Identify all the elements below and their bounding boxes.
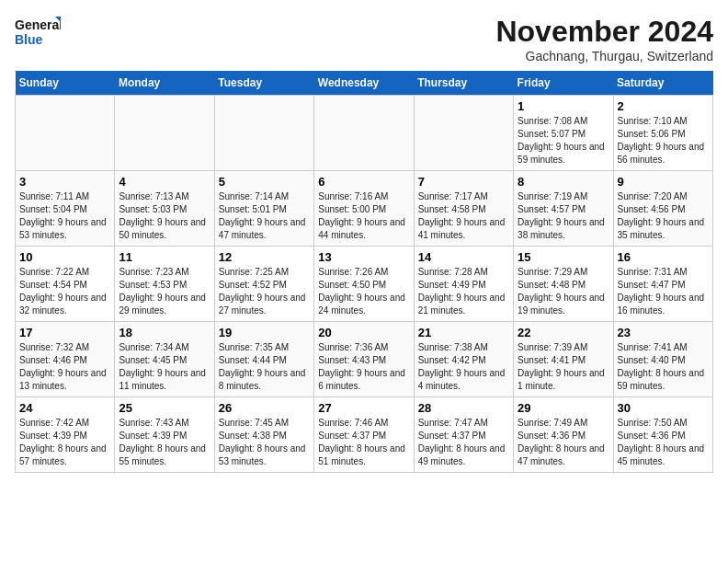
col-header-monday: Monday (115, 71, 214, 96)
day-number: 21 (418, 326, 509, 339)
calendar-cell: 7Sunrise: 7:17 AMSunset: 4:58 PMDaylight… (414, 171, 513, 247)
day-number: 9 (618, 175, 709, 189)
col-header-tuesday: Tuesday (214, 71, 313, 96)
day-info: Sunrise: 7:19 AMSunset: 4:57 PMDaylight:… (518, 190, 609, 242)
day-number: 28 (418, 401, 509, 415)
day-number: 2 (618, 99, 709, 113)
col-header-thursday: Thursday (414, 71, 513, 96)
week-row-5: 24Sunrise: 7:42 AMSunset: 4:39 PMDayligh… (16, 397, 713, 473)
calendar-cell: 1Sunrise: 7:08 AMSunset: 5:07 PMDaylight… (514, 96, 613, 171)
day-number: 16 (618, 250, 709, 264)
day-number: 6 (318, 175, 409, 189)
day-info: Sunrise: 7:36 AMSunset: 4:43 PMDaylight:… (318, 341, 409, 393)
day-number: 24 (19, 401, 110, 415)
day-info: Sunrise: 7:35 AMSunset: 4:44 PMDaylight:… (219, 341, 310, 393)
month-title: November 2024 (495, 15, 713, 49)
calendar-cell (314, 96, 414, 171)
day-number: 27 (318, 401, 409, 415)
day-info: Sunrise: 7:46 AMSunset: 4:37 PMDaylight:… (318, 417, 409, 468)
day-number: 14 (418, 250, 509, 264)
calendar-cell (414, 96, 513, 171)
logo-svg: General Blue (15, 15, 61, 52)
day-info: Sunrise: 7:22 AMSunset: 4:54 PMDaylight:… (19, 266, 110, 317)
calendar-cell: 20Sunrise: 7:36 AMSunset: 4:43 PMDayligh… (314, 322, 414, 397)
calendar-cell: 5Sunrise: 7:14 AMSunset: 5:01 PMDaylight… (214, 171, 313, 247)
day-info: Sunrise: 7:13 AMSunset: 5:03 PMDaylight:… (119, 190, 210, 242)
calendar-cell: 9Sunrise: 7:20 AMSunset: 4:56 PMDaylight… (613, 171, 712, 247)
week-row-2: 3Sunrise: 7:11 AMSunset: 5:04 PMDaylight… (16, 171, 713, 247)
day-info: Sunrise: 7:45 AMSunset: 4:38 PMDaylight:… (219, 417, 310, 468)
svg-text:Blue: Blue (15, 32, 43, 47)
day-number: 15 (518, 250, 609, 264)
calendar-cell: 17Sunrise: 7:32 AMSunset: 4:46 PMDayligh… (16, 322, 115, 397)
week-row-1: 1Sunrise: 7:08 AMSunset: 5:07 PMDaylight… (16, 96, 713, 171)
calendar-cell: 23Sunrise: 7:41 AMSunset: 4:40 PMDayligh… (613, 322, 712, 397)
day-number: 3 (19, 175, 110, 189)
day-info: Sunrise: 7:20 AMSunset: 4:56 PMDaylight:… (618, 190, 709, 242)
calendar-cell: 28Sunrise: 7:47 AMSunset: 4:37 PMDayligh… (414, 397, 513, 473)
header-row: SundayMondayTuesdayWednesdayThursdayFrid… (16, 71, 713, 96)
day-info: Sunrise: 7:25 AMSunset: 4:52 PMDaylight:… (219, 266, 310, 317)
day-number: 25 (119, 401, 210, 415)
day-number: 20 (318, 326, 409, 339)
day-number: 7 (418, 175, 509, 189)
day-number: 12 (219, 250, 310, 264)
day-number: 4 (119, 175, 210, 189)
calendar-cell: 18Sunrise: 7:34 AMSunset: 4:45 PMDayligh… (115, 322, 214, 397)
day-info: Sunrise: 7:43 AMSunset: 4:39 PMDaylight:… (119, 417, 210, 468)
calendar-cell: 24Sunrise: 7:42 AMSunset: 4:39 PMDayligh… (16, 397, 115, 473)
calendar-cell: 26Sunrise: 7:45 AMSunset: 4:38 PMDayligh… (214, 397, 313, 473)
col-header-sunday: Sunday (16, 71, 115, 96)
calendar-cell: 10Sunrise: 7:22 AMSunset: 4:54 PMDayligh… (16, 247, 115, 322)
day-number: 18 (119, 326, 210, 339)
calendar-cell: 29Sunrise: 7:49 AMSunset: 4:36 PMDayligh… (514, 397, 613, 473)
day-number: 5 (219, 175, 310, 189)
title-area: November 2024 Gachnang, Thurgau, Switzer… (495, 15, 713, 63)
calendar-cell: 14Sunrise: 7:28 AMSunset: 4:49 PMDayligh… (414, 247, 513, 322)
day-number: 26 (219, 401, 310, 415)
day-number: 29 (518, 401, 609, 415)
calendar-cell: 2Sunrise: 7:10 AMSunset: 5:06 PMDaylight… (613, 96, 712, 171)
calendar-cell: 6Sunrise: 7:16 AMSunset: 5:00 PMDaylight… (314, 171, 414, 247)
day-info: Sunrise: 7:47 AMSunset: 4:37 PMDaylight:… (418, 417, 509, 468)
calendar-cell: 16Sunrise: 7:31 AMSunset: 4:47 PMDayligh… (613, 247, 712, 322)
day-info: Sunrise: 7:32 AMSunset: 4:46 PMDaylight:… (19, 341, 110, 393)
day-number: 8 (518, 175, 609, 189)
day-info: Sunrise: 7:50 AMSunset: 4:36 PMDaylight:… (618, 417, 709, 468)
day-number: 11 (119, 250, 210, 264)
calendar-cell: 3Sunrise: 7:11 AMSunset: 5:04 PMDaylight… (16, 171, 115, 247)
svg-text:General: General (15, 17, 61, 32)
day-info: Sunrise: 7:49 AMSunset: 4:36 PMDaylight:… (518, 417, 609, 468)
col-header-friday: Friday (514, 71, 613, 96)
header: General Blue November 2024 Gachnang, Thu… (15, 15, 713, 63)
day-info: Sunrise: 7:28 AMSunset: 4:49 PMDaylight:… (418, 266, 509, 317)
calendar-cell (16, 96, 115, 171)
day-info: Sunrise: 7:14 AMSunset: 5:01 PMDaylight:… (219, 190, 310, 242)
day-info: Sunrise: 7:17 AMSunset: 4:58 PMDaylight:… (418, 190, 509, 242)
calendar-cell: 4Sunrise: 7:13 AMSunset: 5:03 PMDaylight… (115, 171, 214, 247)
day-info: Sunrise: 7:34 AMSunset: 4:45 PMDaylight:… (119, 341, 210, 393)
calendar-table: SundayMondayTuesdayWednesdayThursdayFrid… (15, 71, 713, 473)
day-info: Sunrise: 7:16 AMSunset: 5:00 PMDaylight:… (318, 190, 409, 242)
calendar-cell: 15Sunrise: 7:29 AMSunset: 4:48 PMDayligh… (514, 247, 613, 322)
day-info: Sunrise: 7:26 AMSunset: 4:50 PMDaylight:… (318, 266, 409, 317)
day-info: Sunrise: 7:23 AMSunset: 4:53 PMDaylight:… (119, 266, 210, 317)
day-number: 22 (518, 326, 609, 339)
col-header-wednesday: Wednesday (314, 71, 414, 96)
day-number: 10 (19, 250, 110, 264)
location: Gachnang, Thurgau, Switzerland (495, 49, 713, 63)
calendar-cell: 30Sunrise: 7:50 AMSunset: 4:36 PMDayligh… (613, 397, 712, 473)
col-header-saturday: Saturday (613, 71, 712, 96)
calendar-cell: 13Sunrise: 7:26 AMSunset: 4:50 PMDayligh… (314, 247, 414, 322)
calendar-cell: 27Sunrise: 7:46 AMSunset: 4:37 PMDayligh… (314, 397, 414, 473)
day-info: Sunrise: 7:41 AMSunset: 4:40 PMDaylight:… (618, 341, 709, 393)
day-info: Sunrise: 7:38 AMSunset: 4:42 PMDaylight:… (418, 341, 509, 393)
logo: General Blue (15, 15, 61, 52)
day-number: 17 (19, 326, 110, 339)
calendar-cell: 11Sunrise: 7:23 AMSunset: 4:53 PMDayligh… (115, 247, 214, 322)
day-info: Sunrise: 7:08 AMSunset: 5:07 PMDaylight:… (518, 115, 609, 167)
day-info: Sunrise: 7:10 AMSunset: 5:06 PMDaylight:… (618, 115, 709, 167)
week-row-4: 17Sunrise: 7:32 AMSunset: 4:46 PMDayligh… (16, 322, 713, 397)
day-number: 1 (518, 99, 609, 113)
day-number: 13 (318, 250, 409, 264)
